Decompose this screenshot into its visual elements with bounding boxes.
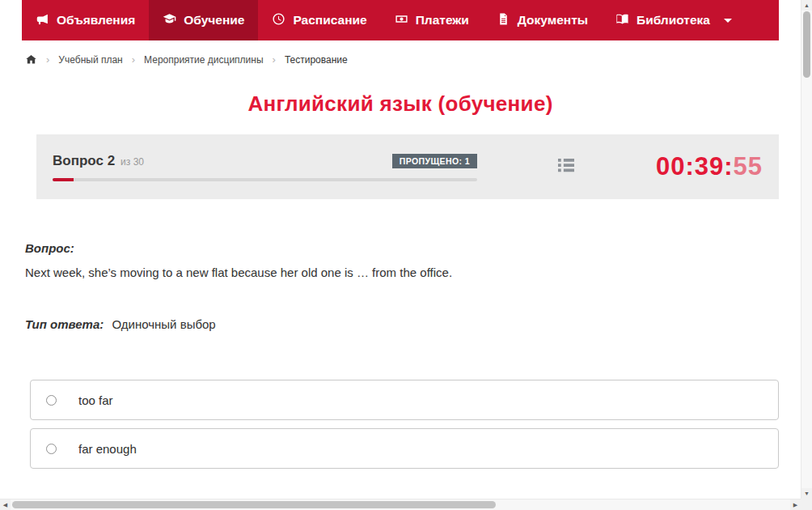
answer-type-row: Тип ответа: Одиночный выбор [25,317,779,331]
nav-item-label: Обучение [184,13,244,28]
progress-bar [53,178,477,181]
page-viewport: Объявления Обучение Расписание Платежи Д… [0,0,801,499]
answer-option-1[interactable]: too far [30,380,779,420]
breadcrumb-separator-icon: › [273,53,276,66]
question-block: Вопрос: Next week, she’s moving to a new… [25,241,779,331]
vertical-scrollbar-thumb[interactable] [803,11,810,78]
breadcrumb-item-curriculum[interactable]: Учебный план [58,54,122,66]
answer-type-label: Тип ответа: [25,317,104,331]
document-icon [497,12,510,29]
vertical-scrollbar[interactable]: ▲ ▼ [801,0,812,499]
scroll-up-icon[interactable]: ▲ [801,0,812,11]
timer-main: 00:39: [656,152,734,181]
question-count: из 30 [121,156,144,168]
megaphone-icon [36,12,49,29]
nav-item-payments[interactable]: Платежи [381,0,483,40]
nav-item-label: Библиотека [636,13,710,28]
question-label: Вопрос: [25,241,779,255]
graduation-cap-icon [163,12,176,29]
clock-icon [272,12,285,29]
scroll-right-icon[interactable]: ▶ [790,499,801,510]
timer-seconds: 55 [734,152,763,181]
answer-options: too far far enough [30,380,779,469]
option-label: far enough [78,442,137,456]
main-navbar: Объявления Обучение Расписание Платежи Д… [22,0,779,40]
nav-item-library[interactable]: Библиотека [602,0,746,40]
nav-item-learning[interactable]: Обучение [149,0,258,40]
book-icon [615,12,629,29]
answer-type-value: Одиночный выбор [112,317,215,331]
breadcrumb-item-testing: Тестирование [285,54,348,66]
banknote-icon [395,12,408,29]
breadcrumb-item-discipline-event[interactable]: Мероприятие дисциплины [144,54,263,66]
option-label: too far [78,393,113,407]
nav-item-label: Документы [518,13,588,28]
breadcrumb: › Учебный план › Мероприятие дисциплины … [25,53,779,66]
missed-badge: ПРОПУЩЕНО: 1 [392,154,477,168]
scroll-left-icon[interactable]: ◀ [0,499,11,510]
question-list-button[interactable] [477,153,656,181]
radio-option-2[interactable] [46,444,57,454]
answer-option-2[interactable]: far enough [30,428,779,469]
scrollbar-corner [801,499,812,510]
scroll-down-icon[interactable]: ▼ [801,488,812,499]
breadcrumb-separator-icon: › [132,53,135,66]
breadcrumb-separator-icon: › [46,53,49,66]
nav-item-label: Расписание [293,13,366,28]
nav-item-label: Объявления [57,13,135,28]
question-progress-section: Вопрос 2 из 30 ПРОПУЩЕНО: 1 [53,153,477,181]
timer: 00:39:55 [656,152,763,181]
page-title: Английский язык (обучение) [0,91,801,117]
question-number: Вопрос 2 [53,153,115,169]
progress-fill [53,178,74,181]
home-icon[interactable] [25,53,37,66]
nav-item-label: Платежи [416,13,469,28]
question-list-icon [554,153,578,181]
radio-option-1[interactable] [46,395,57,406]
nav-item-announcements[interactable]: Объявления [22,0,149,40]
horizontal-scrollbar-thumb[interactable] [12,501,496,508]
question-status-card: Вопрос 2 из 30 ПРОПУЩЕНО: 1 00:39:55 [36,134,779,199]
chevron-down-icon [724,19,732,23]
horizontal-scrollbar[interactable]: ◀ ▶ [0,499,801,510]
nav-item-documents[interactable]: Документы [483,0,602,40]
question-text: Next week, she’s moving to a new flat be… [25,264,779,281]
nav-item-schedule[interactable]: Расписание [258,0,380,40]
